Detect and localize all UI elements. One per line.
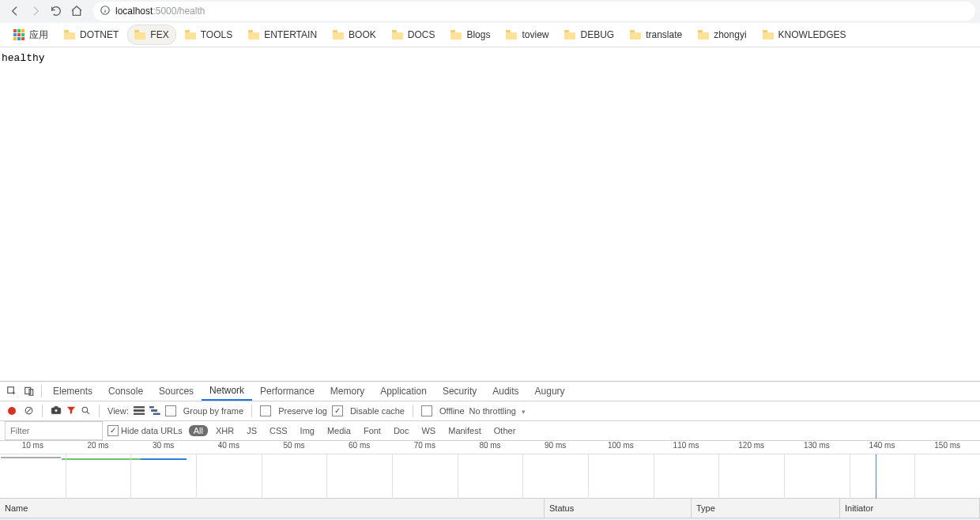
bookmark-entertain[interactable]: ENTERTAIN (241, 24, 324, 45)
page-viewport: healthy (0, 47, 980, 381)
svg-point-11 (82, 407, 88, 413)
folder-icon (134, 30, 145, 40)
bookmark-debug[interactable]: DEBUG (557, 24, 621, 45)
timeline-tick: 150 ms (934, 441, 960, 450)
large-rows-icon[interactable] (134, 406, 145, 416)
folder-icon (392, 30, 403, 40)
timeline-tick: 70 ms (414, 441, 435, 450)
col-type[interactable]: Type (692, 499, 840, 518)
timeline-tick: 80 ms (479, 441, 500, 450)
filter-input[interactable] (5, 421, 103, 440)
disable-cache-checkbox[interactable] (332, 405, 343, 416)
network-timeline[interactable]: 10 ms20 ms30 ms40 ms50 ms60 ms70 ms80 ms… (0, 441, 980, 499)
site-info-icon[interactable] (100, 5, 111, 18)
folder-icon (630, 30, 641, 40)
throttling-dropdown[interactable]: No throttling (469, 406, 526, 416)
filter-xhr[interactable]: XHR (211, 425, 239, 436)
folder-icon (763, 30, 774, 40)
timeline-tick: 60 ms (349, 441, 370, 450)
browser-toolbar: localhost:5000/health (0, 0, 980, 23)
filter-other[interactable]: Other (489, 425, 521, 436)
back-button[interactable] (5, 1, 25, 21)
svg-rect-17 (151, 409, 156, 411)
search-icon[interactable] (81, 405, 91, 417)
bookmark-zhongyi[interactable]: zhongyi (691, 24, 753, 45)
waterfall-icon[interactable] (149, 406, 160, 416)
filter-media[interactable]: Media (322, 425, 356, 436)
filter-img[interactable]: Img (296, 425, 319, 436)
apps-shortcut[interactable]: 应用 (6, 24, 55, 45)
timeline-tick: 120 ms (738, 441, 764, 450)
svg-line-7 (27, 408, 31, 412)
bookmark-book[interactable]: BOOK (326, 24, 383, 45)
folder-icon (564, 30, 575, 40)
filter-all[interactable]: All (189, 425, 208, 436)
preserve-log-checkbox[interactable] (260, 405, 271, 416)
filter-doc[interactable]: Doc (389, 425, 414, 436)
tab-performance[interactable]: Performance (252, 382, 322, 401)
offline-checkbox[interactable] (421, 405, 432, 416)
home-button[interactable] (66, 1, 87, 21)
bookmark-fex[interactable]: FEX (127, 24, 175, 45)
timeline-tick: 20 ms (87, 441, 108, 450)
bookmark-blogs[interactable]: Blogs (443, 24, 497, 45)
timeline-tick: 130 ms (804, 441, 830, 450)
record-button[interactable] (8, 407, 16, 415)
svg-rect-15 (134, 413, 145, 415)
bookmark-docs[interactable]: DOCS (385, 24, 443, 45)
col-initiator[interactable]: Initiator (840, 499, 980, 518)
timeline-tick: 40 ms (218, 441, 239, 450)
svg-rect-4 (25, 387, 31, 394)
tab-sources[interactable]: Sources (151, 382, 202, 401)
timeline-tick: 10 ms (22, 441, 43, 450)
filter-css[interactable]: CSS (265, 425, 292, 436)
folder-icon (450, 30, 462, 40)
bookmark-tools[interactable]: TOOLS (178, 24, 239, 45)
tab-security[interactable]: Security (435, 382, 484, 401)
device-toggle-icon[interactable] (21, 382, 38, 400)
folder-icon (333, 30, 344, 40)
clear-button[interactable] (24, 405, 34, 417)
view-label: View: (107, 406, 129, 416)
apps-icon (13, 29, 24, 40)
folder-icon (506, 30, 517, 40)
inspect-icon[interactable] (3, 382, 21, 400)
address-bar[interactable]: localhost:5000/health (93, 2, 975, 21)
reload-button[interactable] (46, 1, 66, 21)
forward-button[interactable] (25, 1, 46, 21)
devtools-panel: ElementsConsoleSourcesNetworkPerformance… (0, 381, 980, 520)
tab-application[interactable]: Application (372, 382, 435, 401)
group-by-frame-checkbox[interactable] (165, 405, 176, 416)
svg-rect-16 (149, 406, 153, 408)
timeline-tick: 140 ms (869, 441, 895, 450)
folder-icon (248, 30, 259, 40)
folder-icon (64, 30, 75, 40)
tab-console[interactable]: Console (100, 382, 151, 401)
folder-icon (185, 30, 196, 40)
bookmarks-bar: 应用 DOTNETFEXTOOLSENTERTAINBOOKDOCSBlogst… (0, 23, 980, 47)
col-status[interactable]: Status (545, 499, 692, 518)
svg-rect-5 (29, 390, 33, 396)
devtools-tabs: ElementsConsoleSourcesNetworkPerformance… (0, 382, 980, 401)
tab-audits[interactable]: Audits (484, 382, 526, 401)
network-table-header: Name Status Type Initiator (0, 499, 980, 518)
bookmark-toview[interactable]: toview (499, 24, 556, 45)
filter-ws[interactable]: WS (416, 425, 440, 436)
filter-font[interactable]: Font (359, 425, 386, 436)
capture-screenshot-icon[interactable] (51, 405, 62, 416)
filter-js[interactable]: JS (242, 425, 262, 436)
tab-elements[interactable]: Elements (45, 382, 100, 401)
tab-memory[interactable]: Memory (322, 382, 372, 401)
filter-icon[interactable] (66, 405, 76, 416)
network-filter-bar: Hide data URLs AllXHRJSCSSImgMediaFontDo… (0, 421, 980, 441)
tab-network[interactable]: Network (202, 382, 252, 401)
tab-augury[interactable]: Augury (527, 382, 573, 401)
bookmark-knowledges[interactable]: KNOWLEDGES (756, 24, 854, 45)
hide-data-urls-checkbox[interactable] (107, 425, 119, 436)
svg-rect-18 (153, 413, 160, 415)
bookmark-dotnet[interactable]: DOTNET (57, 24, 126, 45)
col-name[interactable]: Name (0, 499, 545, 518)
timeline-tick: 110 ms (673, 441, 699, 450)
bookmark-translate[interactable]: translate (623, 24, 689, 45)
filter-manifest[interactable]: Manifest (443, 425, 486, 436)
